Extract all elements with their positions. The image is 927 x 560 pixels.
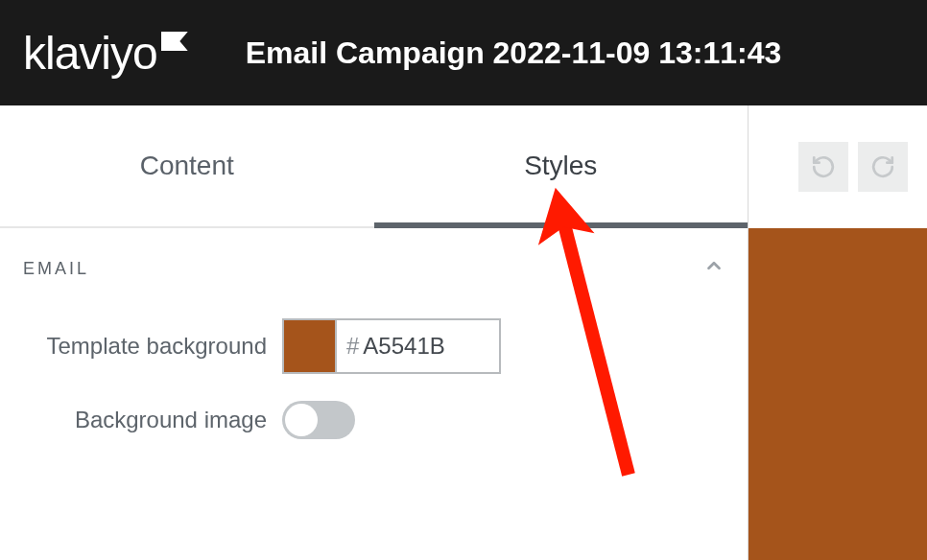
logo-flag-icon (161, 32, 188, 51)
color-hex-input[interactable] (363, 333, 478, 360)
toggle-knob (285, 404, 318, 436)
settings-panel: Content Styles EMAIL Template background… (0, 105, 749, 560)
tab-styles[interactable]: Styles (374, 105, 749, 226)
template-background-label: Template background (23, 332, 282, 361)
klaviyo-logo: klaviyo (23, 27, 188, 80)
undo-icon (811, 154, 836, 179)
campaign-title: Email Campaign 2022-11-09 13:11:43 (246, 35, 782, 71)
undo-button[interactable] (798, 142, 848, 192)
redo-button[interactable] (858, 142, 908, 192)
main-area: Content Styles EMAIL Template background… (0, 105, 927, 560)
tab-content[interactable]: Content (0, 105, 374, 226)
background-image-label: Background image (23, 406, 282, 434)
logo-text: klaviyo (23, 27, 157, 80)
color-swatch[interactable] (284, 320, 337, 372)
email-preview (749, 228, 927, 560)
section-title: EMAIL (23, 259, 89, 279)
color-text-wrap: # (337, 320, 487, 372)
app-header: klaviyo Email Campaign 2022-11-09 13:11:… (0, 0, 927, 105)
email-section: EMAIL Template background # Background i… (0, 228, 748, 439)
redo-icon (870, 154, 895, 179)
template-background-row: Template background # (23, 318, 725, 374)
background-image-row: Background image (23, 401, 725, 439)
section-header[interactable]: EMAIL (23, 255, 725, 301)
color-input[interactable]: # (282, 318, 501, 374)
tabs: Content Styles (0, 105, 748, 228)
background-image-toggle[interactable] (282, 401, 355, 439)
toolbar (749, 105, 927, 228)
hash-symbol: # (346, 333, 359, 360)
chevron-up-icon[interactable] (703, 255, 725, 282)
right-panel (749, 105, 927, 560)
